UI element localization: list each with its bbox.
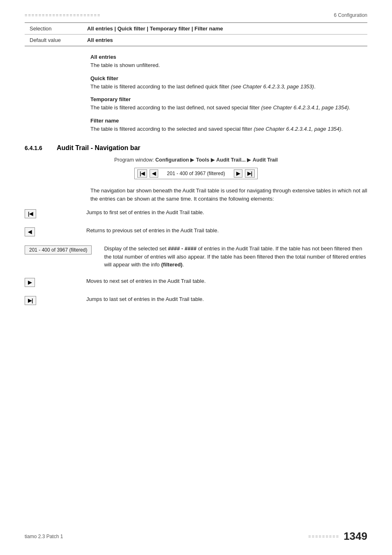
nav-next-btn[interactable]: ▶ xyxy=(234,169,242,178)
filter-name-ref: (see Chapter 6.4.2.3.4.1, page 1354) xyxy=(254,126,341,132)
nav-bar-demo: |◀ ◀ 201 - 400 of 3967 (filtered) ▶ ▶| xyxy=(134,168,258,179)
range-display-example: 201 - 400 of 3967 (filtered) xyxy=(25,245,92,254)
table-row: Selection All entries | Quick filter | T… xyxy=(25,23,367,35)
nav-example-range: 201 - 400 of 3967 (filtered) Display of … xyxy=(25,245,367,269)
nav-btn-col-next: ▶ xyxy=(25,277,74,287)
nav-example-desc-first: Jumps to first set of entries in the Aud… xyxy=(86,208,367,217)
footer-page-num: ========= 1349 xyxy=(308,530,367,543)
section-heading-quick-filter: Quick filter xyxy=(90,75,367,81)
chapter-num: 6.4.1.6 xyxy=(25,145,49,151)
nav-example-desc-prev: Returns to previous set of entries in th… xyxy=(86,227,367,235)
main-description: The navigation bar shown beneath the Aud… xyxy=(90,187,367,203)
section-heading-all-entries: All entries xyxy=(90,54,367,60)
header-dots: ====================== xyxy=(25,13,101,18)
footer-page: 1349 xyxy=(344,530,367,543)
section-heading-filter-name: Filter name xyxy=(90,118,367,124)
section-all-entries: All entries The table is shown unfiltere… xyxy=(90,54,367,69)
path-bold-tools: Tools xyxy=(196,157,209,163)
nav-prev-example-btn[interactable]: ◀ xyxy=(25,227,35,236)
section-temp-filter: Temporary filter The table is filtered a… xyxy=(90,96,367,112)
nav-btn-col-range: 201 - 400 of 3967 (filtered) xyxy=(25,245,92,254)
table-cell-value: All entries | Quick filter | Temporary f… xyxy=(82,23,367,35)
nav-example-prev: ◀ Returns to previous set of entries in … xyxy=(25,227,367,236)
nav-prev-btn[interactable]: ◀ xyxy=(150,169,158,178)
chapter-heading: 6.4.1.6 Audit Trail - Navigation bar xyxy=(25,144,367,152)
info-table: Selection All entries | Quick filter | T… xyxy=(25,22,367,46)
page-footer: tiamo 2.3 Patch 1 ========= 1349 xyxy=(25,530,367,543)
footer-dots: ========= xyxy=(308,534,339,539)
section-body-temp-filter: The table is filtered according to the l… xyxy=(90,104,367,112)
nav-range-display: 201 - 400 of 3967 (filtered) xyxy=(161,171,231,176)
nav-example-last: ▶| Jumps to last set of entries in the A… xyxy=(25,295,367,305)
table-row: Default value All entries xyxy=(25,35,367,46)
chapter-title: Audit Trail - Navigation bar xyxy=(57,144,141,152)
nav-btn-col-first: |◀ xyxy=(25,208,74,218)
nav-btn-col-last: ▶| xyxy=(25,295,74,305)
nav-last-example-btn[interactable]: ▶| xyxy=(25,296,36,305)
path-bold-audit2: Audit Trail xyxy=(253,157,278,163)
nav-example-first: |◀ Jumps to first set of entries in the … xyxy=(25,208,367,218)
nav-first-btn[interactable]: |◀ xyxy=(137,169,147,178)
section-body-all-entries: The table is shown unfiltered. xyxy=(90,61,367,69)
program-path: Program window: Configuration ▶ Tools ▶ … xyxy=(25,157,367,163)
nav-example-desc-last: Jumps to last set of entries in the Audi… xyxy=(86,295,367,303)
footer-product: tiamo 2.3 Patch 1 xyxy=(25,534,63,539)
table-cell-label: Selection xyxy=(25,23,82,35)
page-container: ====================== 6 Configuration S… xyxy=(0,0,392,555)
header-bar: ====================== 6 Configuration xyxy=(25,12,367,18)
section-body-filter-name: The table is filtered according to the s… xyxy=(90,125,367,133)
nav-last-btn[interactable]: ▶| xyxy=(245,169,255,178)
temp-filter-ref: (see Chapter 6.4.2.3.4.1, page 1354) xyxy=(261,104,349,111)
nav-next-example-btn[interactable]: ▶ xyxy=(25,278,35,287)
chapter-label: 6 Configuration xyxy=(334,12,367,18)
default-value: All entries xyxy=(87,37,113,43)
table-cell-label: Default value xyxy=(25,35,82,46)
nav-btn-col-prev: ◀ xyxy=(25,227,74,236)
nav-example-desc-range: Display of the selected set #### - #### … xyxy=(104,245,367,269)
path-bold-audit: Audit Trail... xyxy=(216,157,246,163)
nav-example-desc-next: Moves to next set of entries in the Audi… xyxy=(86,277,367,285)
filtered-label: (filtered) xyxy=(161,261,182,268)
section-heading-temp-filter: Temporary filter xyxy=(90,96,367,102)
table-cell-value: All entries xyxy=(82,35,367,46)
quick-filter-ref: (see Chapter 6.4.2.3.3, page 1353) xyxy=(231,83,314,90)
section-filter-name: Filter name The table is filtered accord… xyxy=(90,118,367,133)
section-quick-filter: Quick filter The table is filtered accor… xyxy=(90,75,367,91)
selection-value: All entries | Quick filter | Temporary f… xyxy=(87,25,223,32)
hash-range: #### - #### xyxy=(168,245,196,252)
nav-example-next: ▶ Moves to next set of entries in the Au… xyxy=(25,277,367,287)
nav-first-example-btn[interactable]: |◀ xyxy=(25,209,36,218)
path-bold-config: Configuration xyxy=(155,157,189,163)
section-body-quick-filter: The table is filtered according to the l… xyxy=(90,83,367,91)
